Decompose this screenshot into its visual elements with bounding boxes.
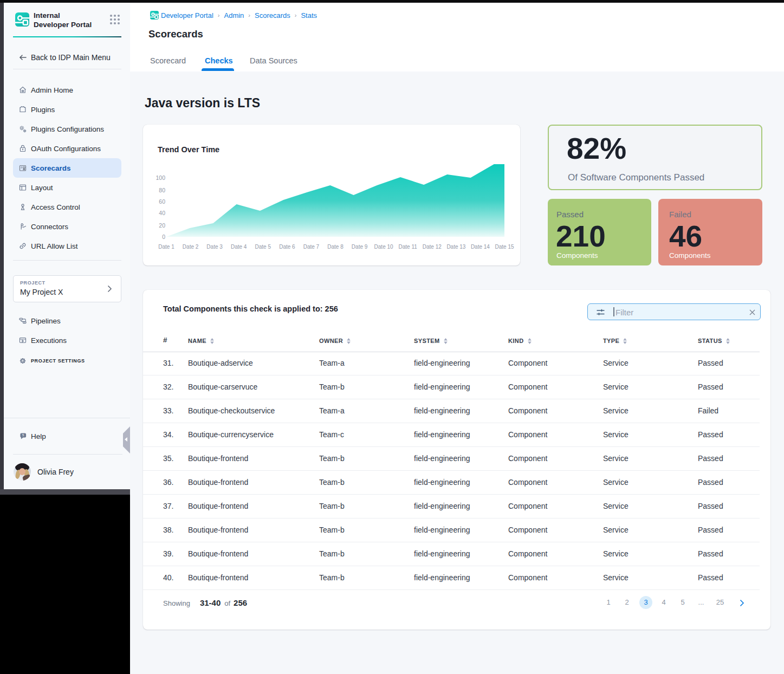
svg-text:Date 9: Date 9	[352, 244, 368, 250]
svg-text:Date 14: Date 14	[471, 244, 490, 250]
svg-text:100: 100	[155, 174, 165, 181]
svg-text:Date 6: Date 6	[279, 244, 295, 250]
svg-text:Date 7: Date 7	[303, 244, 320, 250]
svg-text:Date 13: Date 13	[446, 244, 465, 250]
svg-text:Date 15: Date 15	[495, 244, 514, 250]
svg-text:40: 40	[159, 210, 165, 216]
svg-text:20: 20	[159, 222, 165, 229]
svg-text:0: 0	[162, 234, 165, 240]
svg-text:Date 3: Date 3	[206, 244, 223, 250]
svg-text:Date 12: Date 12	[423, 244, 442, 250]
svg-text:Date 11: Date 11	[399, 244, 418, 250]
svg-text:Date 10: Date 10	[374, 244, 393, 250]
svg-text:Date 5: Date 5	[255, 244, 271, 250]
svg-text:60: 60	[159, 198, 165, 205]
svg-text:Date 4: Date 4	[231, 244, 247, 250]
svg-text:Date 8: Date 8	[327, 244, 344, 250]
svg-text:Date 1: Date 1	[158, 244, 174, 250]
svg-text:Date 2: Date 2	[183, 244, 199, 250]
svg-text:80: 80	[159, 187, 165, 193]
